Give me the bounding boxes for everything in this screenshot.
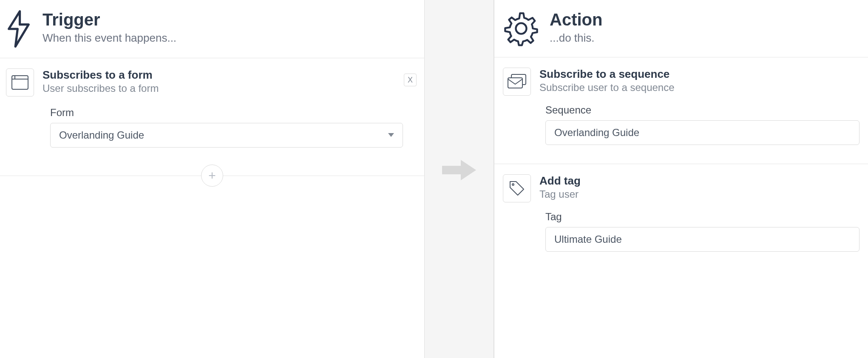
- tag-select-value: Ultimate Guide: [554, 233, 622, 245]
- form-select[interactable]: Overlanding Guide: [50, 123, 403, 148]
- arrow-right-icon: [442, 160, 476, 180]
- sequence-field-label: Sequence: [545, 104, 859, 116]
- plus-icon: +: [208, 168, 216, 183]
- close-icon-label: X: [408, 76, 413, 85]
- action-card-subtitle: Subscribe user to a sequence: [539, 82, 675, 94]
- action-panel: Action ...do this. Subscribe to a sequen…: [494, 0, 868, 358]
- add-trigger-button[interactable]: +: [201, 165, 223, 187]
- svg-marker-4: [388, 133, 394, 137]
- gear-icon: [503, 10, 539, 47]
- trigger-title: Trigger: [43, 10, 176, 29]
- action-card-title: Add tag: [539, 174, 581, 188]
- trigger-card-title: Subscribes to a form: [43, 68, 159, 82]
- svg-point-6: [516, 23, 526, 34]
- close-button[interactable]: X: [404, 74, 417, 86]
- trigger-panel: Trigger When this event happens... X Sub…: [0, 0, 424, 358]
- svg-rect-1: [12, 76, 28, 89]
- trigger-header: Trigger When this event happens...: [0, 0, 424, 58]
- form-field-label: Form: [50, 107, 416, 119]
- action-card-title: Subscribe to a sequence: [539, 68, 675, 81]
- form-select-value: Overlanding Guide: [59, 129, 144, 141]
- action-header: Action ...do this.: [494, 0, 868, 57]
- tag-icon: [503, 174, 531, 202]
- sequence-select-value: Overlanding Guide: [554, 127, 639, 139]
- action-card-tag: Add tag Tag user Tag Ultimate Guide: [494, 164, 868, 270]
- svg-marker-0: [9, 11, 29, 47]
- trigger-card: X Subscribes to a form User subscribes t…: [0, 58, 424, 165]
- trigger-card-subtitle: User subscribes to a form: [43, 82, 159, 94]
- connector-gap: [424, 0, 494, 358]
- sequence-select[interactable]: Overlanding Guide: [545, 120, 859, 145]
- action-card-subtitle: Tag user: [539, 188, 581, 200]
- action-card-sequence: Subscribe to a sequence Subscribe user t…: [494, 57, 868, 164]
- svg-rect-8: [508, 78, 522, 88]
- tag-select[interactable]: Ultimate Guide: [545, 227, 859, 252]
- mail-stack-icon: [503, 68, 531, 96]
- action-subtitle: ...do this.: [550, 31, 602, 45]
- add-trigger-row: +: [0, 165, 424, 187]
- svg-point-9: [512, 184, 514, 185]
- lightning-icon: [5, 10, 32, 48]
- window-icon: [6, 68, 34, 97]
- trigger-subtitle: When this event happens...: [43, 31, 176, 45]
- chevron-down-icon: [388, 133, 394, 137]
- action-title: Action: [550, 10, 602, 29]
- tag-field-label: Tag: [545, 211, 859, 223]
- svg-marker-5: [442, 160, 476, 180]
